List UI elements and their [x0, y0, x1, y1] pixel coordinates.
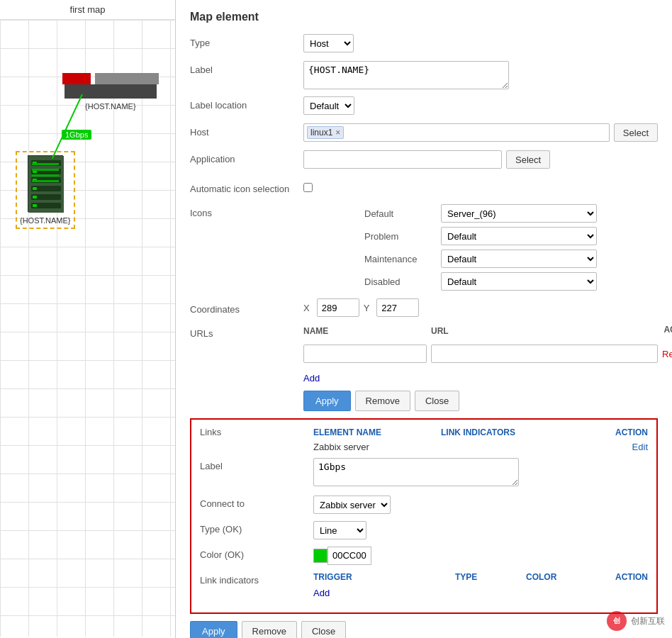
connect-to-select[interactable]: Zabbix server: [313, 496, 391, 514]
form-title: Map element: [190, 11, 658, 23]
urls-header: NAME URL ACTION: [303, 325, 672, 337]
type-ok-control: Line Bold Dotted Dashed: [313, 521, 366, 539]
x-label: X: [303, 303, 310, 313]
color-ok-row: Color (OK) 00CC00: [200, 547, 648, 565]
type-ok-select[interactable]: Line Bold Dotted Dashed: [313, 521, 366, 539]
icons-row: Icons Default Server_(96) Default Proble…: [190, 204, 658, 291]
icon-problem-label: Problem: [364, 231, 435, 242]
indicators-add-link[interactable]: Add: [313, 588, 330, 598]
watermark: 创 创新互联: [607, 611, 665, 631]
host2-label: {HOST.NAME}: [20, 216, 71, 225]
icon-default-row: Default Server_(96) Default: [364, 204, 597, 223]
icon-disabled-select[interactable]: Default: [441, 272, 597, 291]
icon-default-label: Default: [364, 208, 435, 219]
top-remove-button[interactable]: Remove: [355, 391, 410, 411]
top-apply-button[interactable]: Apply: [303, 391, 351, 411]
svg-rect-2: [33, 162, 37, 164]
host-tag-text: linux1: [310, 128, 332, 138]
link-label-textarea[interactable]: 1Gbps: [313, 458, 519, 486]
links-edit-link[interactable]: Edit: [632, 442, 648, 452]
x-input[interactable]: [317, 298, 359, 317]
url-remove-link[interactable]: Remove: [662, 349, 672, 359]
link-label-field-label: Label: [200, 458, 313, 471]
links-element-name-col: ELEMENT NAME: [313, 427, 441, 437]
link-label: 1Gbps: [62, 130, 91, 140]
coords-row: Coordinates X Y: [190, 298, 658, 318]
bottom-apply-button[interactable]: Apply: [190, 621, 237, 638]
links-row-action: Edit: [598, 442, 648, 452]
svg-rect-12: [33, 204, 37, 207]
host-select-button[interactable]: Select: [614, 123, 658, 142]
coords-label: Coordinates: [190, 301, 303, 315]
link-label-control: 1Gbps: [313, 458, 519, 488]
svg-rect-6: [33, 179, 37, 181]
label-field-label: Label: [190, 61, 303, 75]
color-ok-value: 00CC00: [327, 547, 371, 565]
links-data-row: Zabbix server Edit: [200, 442, 648, 452]
svg-rect-4: [33, 170, 37, 173]
url-name-input[interactable]: [303, 345, 427, 363]
label-textarea[interactable]: {HOST.NAME}: [303, 61, 509, 89]
url-add-link[interactable]: Add: [303, 373, 320, 384]
icon-default-select[interactable]: Server_(96) Default: [441, 204, 597, 223]
application-label: Application: [190, 150, 303, 164]
color-ok-control: 00CC00: [313, 547, 371, 565]
links-action-col: ACTION: [598, 427, 648, 437]
label-location-control: Default Top Bottom Left Right: [303, 96, 658, 115]
ind-color-col: COLOR: [526, 572, 597, 582]
links-row-name: Zabbix server: [313, 442, 441, 452]
application-control: Select: [303, 150, 658, 169]
map-title: first map: [0, 0, 175, 20]
grid-lines: [0, 20, 175, 637]
links-section-label: Links: [200, 427, 313, 437]
icon-problem-select[interactable]: Default: [441, 227, 597, 245]
host-tag-remove[interactable]: ×: [335, 128, 340, 138]
url-url-input[interactable]: [431, 345, 658, 363]
ind-trigger-col: TRIGGER: [313, 572, 455, 582]
color-ok-swatch[interactable]: [313, 549, 327, 563]
svg-rect-10: [33, 196, 37, 198]
type-select[interactable]: Host Trigger Image Map: [303, 34, 354, 52]
application-input[interactable]: [303, 150, 502, 169]
url-url-col-header: URL: [431, 325, 646, 337]
icon-problem-row: Problem Default: [364, 227, 597, 245]
connect-to-label: Connect to: [200, 496, 313, 509]
watermark-icon-text: 创: [613, 616, 620, 626]
host-input-container[interactable]: linux1 ×: [303, 123, 610, 142]
label-control: {HOST.NAME}: [303, 61, 658, 89]
icon-maintenance-select[interactable]: Default: [441, 250, 597, 268]
icons-label: Icons: [190, 204, 303, 218]
ind-action-col: ACTION: [597, 572, 648, 582]
label-location-label: Label location: [190, 96, 303, 111]
type-row: Type Host Trigger Image Map: [190, 34, 658, 54]
host-tag: linux1 ×: [307, 126, 344, 139]
icon-maintenance-row: Maintenance Default: [364, 250, 597, 268]
auto-icon-control: [303, 183, 658, 192]
bottom-remove-button[interactable]: Remove: [242, 621, 297, 638]
icon-disabled-row: Disabled Default: [364, 272, 597, 291]
label-location-row: Label location Default Top Bottom Left R…: [190, 96, 658, 116]
map-element-host2[interactable]: {HOST.NAME}: [16, 151, 75, 229]
auto-icon-row: Automatic icon selection: [190, 177, 658, 197]
y-input[interactable]: [376, 298, 419, 317]
auto-icon-checkbox[interactable]: [303, 183, 313, 192]
map-canvas: {HOST.NAME} 1Gbps: [0, 20, 175, 637]
connect-to-row: Connect to Zabbix server: [200, 496, 648, 514]
application-select-button[interactable]: Select: [506, 150, 550, 169]
watermark-icon: 创: [607, 611, 627, 631]
top-close-button[interactable]: Close: [415, 391, 459, 411]
server-icon: [28, 155, 63, 212]
host-label: Host: [190, 123, 303, 138]
icons-block: Default Server_(96) Default Problem Defa…: [303, 204, 658, 291]
bottom-close-button[interactable]: Close: [301, 621, 346, 638]
y-label: Y: [364, 303, 370, 313]
map-panel: first map {HOST.NAME} 1Gbps: [0, 0, 176, 638]
label-location-select[interactable]: Default Top Bottom Left Right: [303, 96, 354, 115]
type-ok-label: Type (OK): [200, 521, 313, 535]
icon-disabled-label: Disabled: [364, 276, 435, 287]
icon-maintenance-label: Maintenance: [364, 254, 435, 264]
urls-row: URLs NAME URL ACTION Remove Add: [190, 325, 658, 384]
svg-rect-8: [33, 187, 37, 190]
urls-control: NAME URL ACTION Remove Add: [303, 325, 672, 384]
top-btn-row: Apply Remove Close: [303, 391, 658, 411]
